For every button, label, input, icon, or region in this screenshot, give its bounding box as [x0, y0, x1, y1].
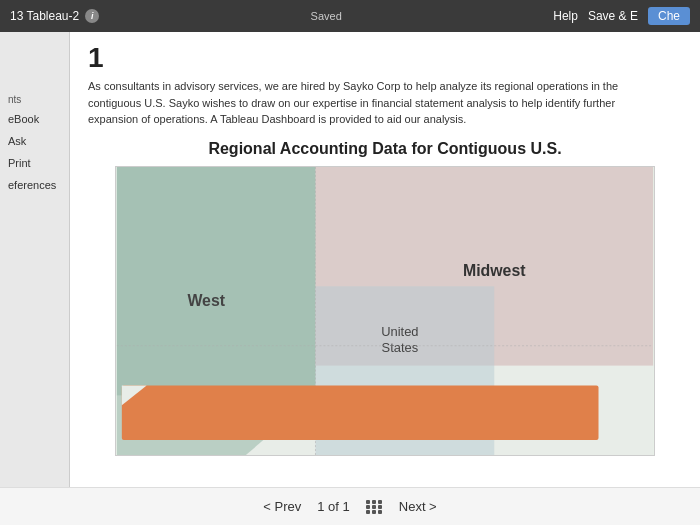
map-title: Regional Accounting Data for Contiguous … — [208, 140, 561, 158]
map-section: Regional Accounting Data for Contiguous … — [88, 140, 682, 480]
saved-status: Saved — [311, 10, 342, 22]
info-icon[interactable]: i — [85, 9, 99, 23]
content-area: 1 As consultants in advisory services, w… — [70, 32, 700, 487]
che-button[interactable]: Che — [648, 7, 690, 25]
save-link[interactable]: Save & E — [588, 9, 638, 23]
top-bar-right: Help Save & E Che — [553, 7, 690, 25]
page-title: 13 Tableau-2 — [10, 9, 79, 23]
map-container: Midwest West United States — [115, 166, 655, 456]
sidebar-item-ask[interactable]: Ask — [0, 131, 69, 151]
top-bar-left: 13 Tableau-2 i — [10, 9, 99, 23]
question-number: 1 — [88, 44, 682, 72]
svg-text:West: West — [187, 292, 225, 309]
sidebar-item-print[interactable]: Print — [0, 153, 69, 173]
sidebar-item-ebook[interactable]: eBook — [0, 109, 69, 129]
question-text: As consultants in advisory services, we … — [88, 78, 668, 128]
bottom-nav: < Prev 1 of 1 Next > — [0, 487, 700, 525]
hints-label: nts — [0, 92, 29, 107]
page-info: 1 of 1 — [317, 499, 350, 514]
prev-label: < Prev — [263, 499, 301, 514]
main-layout: nts eBook Ask Print eferences 1 As consu… — [0, 32, 700, 487]
prev-button[interactable]: < Prev — [263, 499, 301, 514]
svg-text:States: States — [382, 339, 419, 354]
svg-text:United: United — [381, 323, 418, 338]
next-button[interactable]: Next > — [399, 499, 437, 514]
top-bar: 13 Tableau-2 i Saved Help Save & E Che — [0, 0, 700, 32]
grid-icon[interactable] — [366, 500, 383, 514]
sidebar-item-references[interactable]: eferences — [0, 175, 69, 195]
next-label: Next > — [399, 499, 437, 514]
help-link[interactable]: Help — [553, 9, 578, 23]
svg-text:Midwest: Midwest — [463, 262, 526, 279]
map-svg: Midwest West United States — [116, 167, 654, 455]
left-sidebar: nts eBook Ask Print eferences — [0, 32, 70, 487]
svg-rect-11 — [122, 385, 599, 440]
